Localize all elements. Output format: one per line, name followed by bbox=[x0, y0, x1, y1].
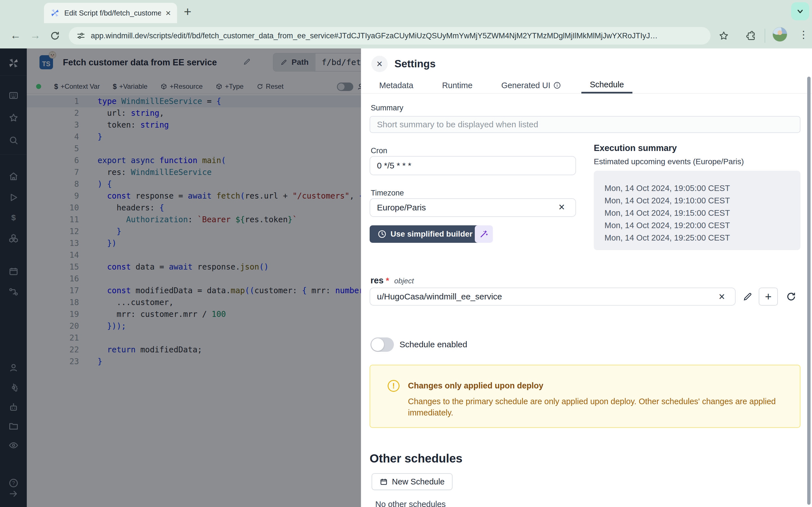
close-settings-button[interactable]: × bbox=[371, 56, 388, 72]
drawer-dim-overlay[interactable] bbox=[0, 48, 361, 507]
tab-title: Edit Script f/bd/fetch_custome bbox=[64, 9, 161, 17]
no-other-schedules-text: No other schedules bbox=[375, 500, 446, 507]
cron-label: Cron bbox=[371, 147, 388, 155]
settings-tab-runtime[interactable]: Runtime bbox=[434, 77, 481, 94]
schedule-enabled-label: Schedule enabled bbox=[400, 340, 467, 349]
windmill-app: $? TS Fetch customer data from EE servic… bbox=[0, 48, 812, 507]
new-schedule-button[interactable]: New Schedule bbox=[371, 473, 453, 490]
browser-menu-icon[interactable]: ⋮ bbox=[799, 29, 809, 41]
extensions-puzzle-icon[interactable] bbox=[746, 31, 757, 41]
browser-chrome: Edit Script f/bd/fetch_custome × + ← → a… bbox=[0, 0, 812, 48]
back-button[interactable]: ← bbox=[10, 29, 21, 41]
forward-button[interactable]: → bbox=[30, 29, 41, 41]
tab-bar: Edit Script f/bd/fetch_custome × + bbox=[0, 0, 812, 23]
schedule-enabled-toggle[interactable] bbox=[370, 337, 394, 352]
builder-button-label: Use simplified builder bbox=[391, 230, 472, 238]
execution-summary-subheading: Estimated upcoming events (Europe/Paris) bbox=[594, 157, 744, 166]
tab-label: Generated UI bbox=[501, 81, 550, 90]
upcoming-event: Mon, 14 Oct 2024, 19:20:00 CEST bbox=[605, 219, 801, 231]
warning-title: Changes only applied upon deploy bbox=[408, 381, 543, 390]
settings-tab-generated-ui[interactable]: Generated UI bbox=[493, 77, 569, 94]
site-controls-icon[interactable] bbox=[76, 31, 86, 41]
bookmark-star-icon[interactable] bbox=[718, 31, 729, 41]
settings-tab-metadata[interactable]: Metadata bbox=[371, 77, 422, 94]
url-bar[interactable]: app.windmill.dev/scripts/edit/f/bd/fetch… bbox=[69, 27, 711, 45]
use-simplified-builder-button[interactable]: Use simplified builder bbox=[370, 225, 480, 243]
summary-input[interactable] bbox=[370, 116, 801, 133]
clock-icon bbox=[377, 230, 387, 238]
upcoming-event: Mon, 14 Oct 2024, 19:05:00 CEST bbox=[605, 182, 801, 194]
resource-clear-icon[interactable]: × bbox=[719, 291, 725, 303]
warning-body: Changes to the primary schedule are only… bbox=[408, 396, 792, 418]
tab-label: Runtime bbox=[442, 81, 472, 90]
warning-icon: ! bbox=[388, 380, 400, 392]
calendar-icon bbox=[379, 477, 388, 486]
upcoming-event: Mon, 14 Oct 2024, 19:10:00 CEST bbox=[605, 194, 801, 207]
chevron-down-icon bbox=[796, 7, 804, 15]
execution-summary-heading: Execution summary bbox=[594, 143, 677, 153]
upcoming-events-box: Mon, 14 Oct 2024, 19:05:00 CESTMon, 14 O… bbox=[594, 171, 801, 250]
settings-title: Settings bbox=[395, 58, 436, 70]
timezone-clear-icon[interactable]: × bbox=[559, 201, 565, 213]
cron-input[interactable] bbox=[370, 156, 576, 175]
new-tab-button[interactable]: + bbox=[184, 4, 192, 19]
profile-avatar[interactable] bbox=[772, 27, 787, 42]
window-chevron-button[interactable] bbox=[791, 2, 809, 20]
magic-wand-icon bbox=[479, 229, 489, 239]
arg-type: object bbox=[394, 277, 414, 285]
tab-label: Metadata bbox=[379, 81, 413, 90]
add-resource-button[interactable]: + bbox=[759, 288, 778, 305]
deploy-warning-box: ! Changes only applied upon deploy Chang… bbox=[370, 365, 801, 428]
url-text: app.windmill.dev/scripts/edit/f/bd/fetch… bbox=[91, 32, 658, 40]
other-schedules-heading: Other schedules bbox=[370, 452, 462, 465]
timezone-input[interactable] bbox=[370, 198, 576, 217]
refresh-resource-icon[interactable] bbox=[786, 291, 797, 302]
tab-close-icon[interactable]: × bbox=[165, 8, 171, 17]
reload-button[interactable] bbox=[50, 31, 60, 41]
settings-tabs: MetadataRuntimeGenerated UISchedule bbox=[361, 77, 812, 94]
drawer-scrollbar[interactable] bbox=[807, 76, 811, 505]
settings-tab-schedule[interactable]: Schedule bbox=[581, 77, 632, 94]
arg-row: res* object bbox=[370, 276, 414, 286]
required-asterisk: * bbox=[386, 276, 389, 285]
tab-label: Schedule bbox=[590, 80, 624, 89]
settings-drawer: × Settings MetadataRuntimeGenerated UISc… bbox=[361, 48, 812, 507]
toolbar-divider bbox=[765, 29, 765, 43]
new-schedule-label: New Schedule bbox=[392, 477, 445, 487]
info-icon bbox=[553, 81, 561, 89]
timezone-label: Timezone bbox=[371, 189, 404, 198]
edit-resource-pencil-icon[interactable] bbox=[742, 291, 753, 302]
browser-tab[interactable]: Edit Script f/bd/fetch_custome × bbox=[44, 3, 177, 23]
browser-toolbar: ← → app.windmill.dev/scripts/edit/f/bd/f… bbox=[0, 23, 812, 48]
arg-name: res bbox=[370, 276, 384, 286]
summary-label: Summary bbox=[371, 104, 403, 112]
resource-input[interactable] bbox=[370, 288, 735, 305]
upcoming-event: Mon, 14 Oct 2024, 19:25:00 CEST bbox=[605, 231, 801, 244]
windmill-favicon-icon bbox=[50, 8, 60, 18]
ai-cron-wand-button[interactable] bbox=[475, 225, 493, 243]
upcoming-event: Mon, 14 Oct 2024, 19:15:00 CEST bbox=[605, 207, 801, 219]
